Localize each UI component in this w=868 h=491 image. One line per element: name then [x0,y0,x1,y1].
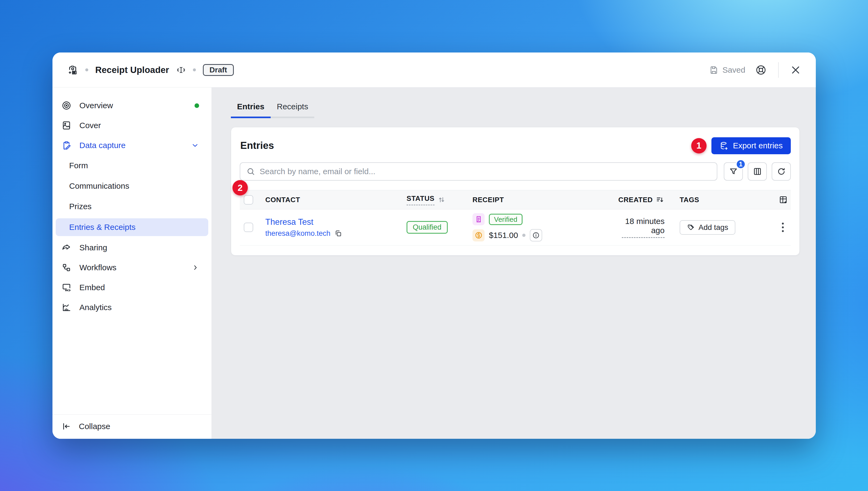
sidebar-item-label: Sharing [80,243,107,252]
sidebar-item-label: Cover [80,121,101,130]
sidebar-item-entries-receipts[interactable]: Entries & Receipts [56,218,208,236]
separator-dot [193,68,196,71]
row-menu-button[interactable] [780,221,786,234]
entries-heading: Entries [240,140,274,151]
export-entries-button[interactable]: Export entries [711,137,791,154]
rename-icon[interactable] [176,65,186,75]
monitor-code-icon [61,282,71,293]
collapse-icon [62,422,71,431]
tab-bar: Entries Receipts [231,99,800,118]
select-all-checkbox[interactable] [244,195,253,205]
contact-name-link[interactable]: Theresa Test [265,217,407,227]
column-header-status[interactable]: STATUS [407,194,472,205]
row-checkbox[interactable] [244,223,253,232]
save-status: Saved [709,65,745,75]
chevron-right-icon [192,264,199,271]
sidebar-item-label: Data capture [80,141,126,150]
sidebar-item-label: Form [69,161,88,170]
sidebar-item-sharing[interactable]: Sharing [56,238,208,258]
saved-label: Saved [722,65,745,75]
save-icon [709,65,719,75]
column-header-created[interactable]: CREATED [622,195,680,204]
separator-dot [85,68,88,71]
search-input[interactable] [260,167,711,176]
sidebar-item-form[interactable]: Form [56,155,208,176]
sidebar-item-label: Prizes [69,202,91,211]
add-tags-button[interactable]: Add tags [680,220,735,235]
sidebar-item-workflows[interactable]: Workflows [56,258,208,278]
chevron-down-icon [191,141,199,149]
column-header-contact: CONTACT [261,196,407,204]
collapse-sidebar-button[interactable]: Collapse [53,414,212,439]
separator-dot [522,234,525,237]
tab-receipts[interactable]: Receipts [271,99,314,118]
copy-icon[interactable] [334,229,342,237]
receipt-scan-app-icon [67,64,78,76]
columns-button[interactable] [748,162,767,181]
share-icon [61,242,71,253]
chart-icon [61,302,71,313]
help-button[interactable] [753,62,769,78]
sidebar-item-cover[interactable]: Cover [56,115,208,136]
image-icon [61,120,71,131]
filter-count-badge: 1 [736,160,746,169]
receipt-status-badge: Verified [489,214,523,225]
close-button[interactable] [788,63,803,77]
status-badge-qualified: Qualified [407,221,448,234]
app-window: Receipt Uploader Draft Saved [53,53,816,439]
sidebar-item-label: Embed [80,283,105,292]
main-content: Entries Receipts Entries 1 [212,87,816,439]
sidebar-item-analytics[interactable]: Analytics [56,297,208,317]
receipt-icon[interactable] [472,213,485,225]
filter-button[interactable]: 1 [724,162,743,181]
contact-email-link[interactable]: theresa@komo.tech [265,229,331,238]
sidebar-item-label: Overview [80,101,113,110]
search-icon [246,167,255,176]
sort-descending-icon [655,195,664,204]
tag-icon [687,224,695,231]
column-header-receipt: RECEIPT [472,196,622,204]
column-header-tags: TAGS [680,196,766,204]
sidebar-item-label: Entries & Receipts [69,223,135,232]
sidebar: Overview Cover [53,87,212,439]
live-status-dot [194,104,199,108]
database-export-icon [719,141,728,150]
add-tags-label: Add tags [699,223,728,232]
status-badge: Draft [203,64,234,76]
export-entries-label: Export entries [733,141,783,150]
sidebar-item-data-capture[interactable]: Data capture [56,136,208,155]
receipt-amount: $151.00 [489,231,518,240]
entries-card: Entries 1 [231,127,800,256]
sidebar-item-overview[interactable]: Overview [56,95,208,115]
sidebar-item-label: Workflows [80,263,117,272]
table-row: Theresa Test theresa@komo.tech [240,209,791,246]
sort-updown-icon [437,196,446,204]
tab-entries[interactable]: Entries [231,99,271,118]
annotation-step-1: 1 [691,138,707,153]
title-bar: Receipt Uploader Draft Saved [53,53,816,87]
refresh-button[interactable] [772,162,791,181]
entries-table: 2 CONTACT STATUS [240,190,791,246]
table-settings-icon[interactable] [778,195,788,205]
created-timestamp: 18 minutes ago [622,217,664,238]
workflow-nodes-icon [61,262,71,273]
sidebar-item-embed[interactable]: Embed [56,278,208,297]
target-icon [61,100,71,111]
receipt-info-button[interactable] [530,229,542,241]
sidebar-item-communications[interactable]: Communications [56,176,208,196]
dollar-coin-icon [472,229,485,241]
search-box [240,162,717,181]
page-title: Receipt Uploader [95,65,169,75]
sidebar-item-label: Analytics [80,303,112,312]
annotation-step-2: 2 [232,180,248,196]
collapse-label: Collapse [79,422,110,431]
table-header-row: CONTACT STATUS REC [240,190,791,209]
sidebar-item-prizes[interactable]: Prizes [56,196,208,217]
divider [778,62,779,78]
sidebar-item-label: Communications [69,181,129,191]
clipboard-edit-icon [61,140,71,150]
